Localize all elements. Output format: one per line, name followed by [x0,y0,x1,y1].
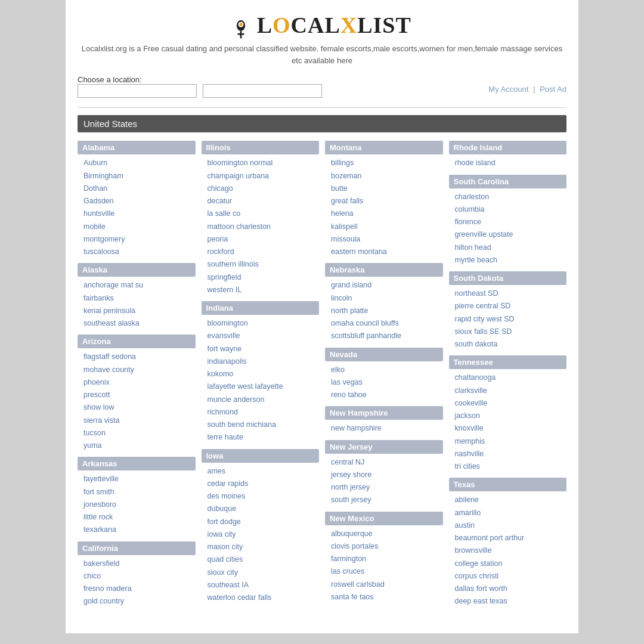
city-link[interactable]: eastern montana [331,246,443,258]
city-link[interactable]: mobile [83,221,196,233]
city-link[interactable]: gold country [83,595,196,608]
city-link[interactable]: Dothan [83,182,196,195]
city-link[interactable]: chattanooga [455,371,567,384]
city-link[interactable]: dallas fort worth [455,583,567,595]
city-link[interactable]: indianapolis [208,355,320,368]
city-link[interactable]: reno tahoe [331,389,443,401]
city-link[interactable]: Birmingham [83,170,196,182]
city-link[interactable]: chicago [208,182,320,195]
city-link[interactable]: south dakota [455,338,567,351]
city-link[interactable]: quad cities [208,553,320,566]
city-link[interactable]: nashville [455,448,567,460]
city-link[interactable]: south jersey [331,494,443,506]
city-link[interactable]: Gadsden [83,195,196,208]
city-link[interactable]: rhode island [455,157,567,169]
city-link[interactable]: bloomington normal [208,157,320,169]
city-link[interactable]: show low [83,401,196,414]
city-link[interactable]: scottsbluff panhandle [331,330,443,342]
city-link[interactable]: cookeville [455,397,567,410]
city-link[interactable]: la salle co [208,208,320,220]
city-link[interactable]: evansville [208,330,320,342]
city-link[interactable]: texarkana [83,524,196,536]
city-link[interactable]: south bend michiana [208,419,320,431]
city-link[interactable]: memphis [455,435,567,448]
city-link[interactable]: dubuque [208,503,320,515]
city-link[interactable]: fayetteville [83,473,196,485]
city-link[interactable]: fresno madera [83,583,196,595]
city-link[interactable]: yuma [83,439,196,452]
city-link[interactable]: lafayette west lafayette [208,380,320,393]
city-link[interactable]: brownsville [455,544,567,557]
city-link[interactable]: northeast SD [455,287,567,300]
city-link[interactable]: sioux city [208,566,320,579]
my-account-link[interactable]: My Account [488,85,528,94]
city-link[interactable]: cedar rapids [208,478,320,490]
post-ad-link[interactable]: Post Ad [540,85,566,94]
city-link[interactable]: southeast IA [208,579,320,592]
city-link[interactable]: kalispell [331,221,443,233]
city-link[interactable]: little rock [83,511,196,524]
city-link[interactable]: deep east texas [455,595,567,608]
city-link[interactable]: mohave county [83,364,196,376]
city-link[interactable]: muncie anderson [208,394,320,406]
city-link[interactable]: santa fe taos [331,591,443,603]
city-link[interactable]: columbia [455,203,567,216]
city-link[interactable]: great falls [331,195,443,208]
city-link[interactable]: terre haute [208,431,320,444]
city-link[interactable]: college station [455,558,567,570]
city-link[interactable]: richmond [208,406,320,419]
city-link[interactable]: montgomery [83,233,196,246]
city-link[interactable]: huntsville [83,208,196,220]
city-link[interactable]: missoula [331,233,443,246]
city-link[interactable]: kenai peninsula [83,305,196,317]
city-link[interactable]: jonesboro [83,499,196,511]
city-link[interactable]: charleston [455,191,567,203]
city-link[interactable]: fort smith [83,486,196,499]
city-link[interactable]: champaign urbana [208,170,320,182]
city-link[interactable]: waterloo cedar falls [208,592,320,604]
city-link[interactable]: fort wayne [208,343,320,355]
city-link[interactable]: ames [208,465,320,478]
city-link[interactable]: farmington [331,553,443,565]
city-link[interactable]: anchorage mat su [83,279,196,292]
city-link[interactable]: las cruces [331,565,443,578]
city-link[interactable]: helena [331,208,443,220]
city-link[interactable]: flagstaff sedona [83,351,196,363]
city-link[interactable]: roswell carlsbad [331,578,443,591]
city-link[interactable]: prescott [83,389,196,401]
city-link[interactable]: hilton head [455,242,567,254]
city-link[interactable]: lincoln [331,292,443,305]
city-link[interactable]: las vegas [331,376,443,389]
city-link[interactable]: des moines [208,490,320,503]
city-link[interactable]: north jersey [331,481,443,494]
city-link[interactable]: north platte [331,305,443,317]
city-link[interactable]: albuquerque [331,528,443,540]
city-link[interactable]: knoxville [455,422,567,435]
city-link[interactable]: sierra vista [83,414,196,427]
city-link[interactable]: pierre central SD [455,300,567,312]
city-link[interactable]: chico [83,570,196,583]
city-link[interactable]: central NJ [331,456,443,469]
city-link[interactable]: new hampshire [331,422,443,435]
city-link[interactable]: tucson [83,427,196,439]
city-link[interactable]: fort dodge [208,516,320,528]
city-link[interactable]: kokomo [208,368,320,380]
city-link[interactable]: peoria [208,233,320,246]
city-link[interactable]: bloomington [208,317,320,330]
city-link[interactable]: omaha council bluffs [331,317,443,330]
city-link[interactable]: beaumont port arthur [455,532,567,544]
location-input-2[interactable] [203,84,322,98]
city-link[interactable]: clovis portales [331,540,443,553]
city-link[interactable]: abilene [455,494,567,506]
city-link[interactable]: sioux falls SE SD [455,326,567,338]
city-link[interactable]: bozeman [331,170,443,182]
city-link[interactable]: jersey shore [331,469,443,481]
city-link[interactable]: rockford [208,246,320,258]
city-link[interactable]: myrtle beach [455,254,567,267]
city-link[interactable]: southern illinois [208,258,320,271]
city-link[interactable]: western IL [208,284,320,296]
city-link[interactable]: rapid city west SD [455,313,567,326]
city-link[interactable]: southeast alaska [83,317,196,330]
city-link[interactable]: greenville upstate [455,228,567,241]
city-link[interactable]: Auburn [83,157,196,169]
